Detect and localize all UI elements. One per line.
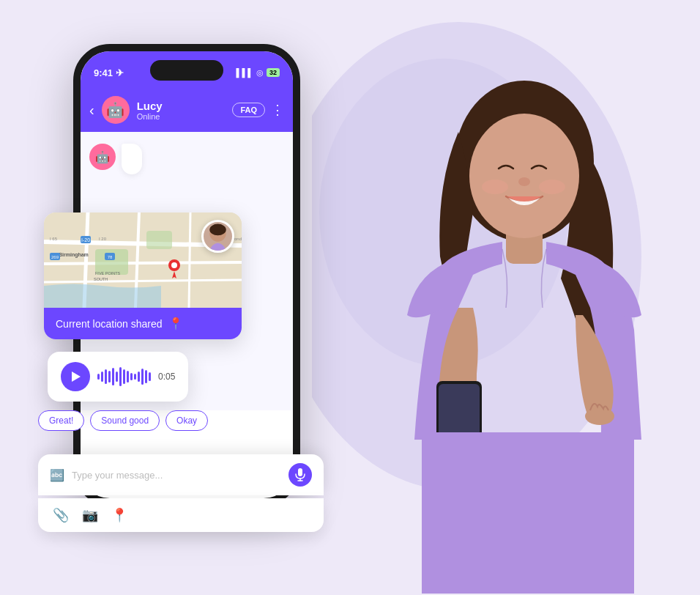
play-button[interactable] bbox=[61, 362, 90, 391]
svg-text:FIVE POINTS: FIVE POINTS bbox=[95, 271, 121, 276]
translate-icon: 🔤 bbox=[50, 468, 64, 482]
svg-text:I 20: I 20 bbox=[99, 237, 107, 241]
map-user-avatar bbox=[201, 220, 234, 253]
map-area: I 65 I 20 Irond Birmingham FIVE POINTS S… bbox=[44, 212, 242, 308]
wave-bar bbox=[97, 374, 100, 380]
quick-reply-great[interactable]: Great! bbox=[38, 410, 84, 431]
location-card: I 65 I 20 Irond Birmingham FIVE POINTS S… bbox=[44, 212, 242, 339]
woman-photo bbox=[312, 0, 700, 595]
bot-avatar: 🤖 bbox=[102, 96, 130, 124]
bot-bubble bbox=[122, 144, 142, 174]
camera-icon[interactable]: 📷 bbox=[82, 507, 98, 523]
svg-text:78: 78 bbox=[108, 255, 113, 259]
svg-rect-38 bbox=[298, 468, 302, 476]
svg-text:269: 269 bbox=[51, 255, 59, 259]
wave-bar bbox=[119, 367, 122, 386]
location-action-icon[interactable]: 📍 bbox=[111, 507, 127, 523]
svg-text:I-20: I-20 bbox=[81, 237, 90, 243]
wave-bar bbox=[130, 373, 133, 380]
wave-bar bbox=[108, 371, 111, 382]
status-icons: ▌▌▌ ◎ 32 bbox=[237, 68, 280, 78]
wave-bar bbox=[127, 371, 129, 382]
wave-bar bbox=[141, 369, 144, 385]
location-label: Current location shared 📍 bbox=[44, 308, 242, 339]
voice-duration: 0:05 bbox=[158, 372, 175, 382]
waveform bbox=[97, 366, 151, 387]
svg-text:SOUTH: SOUTH bbox=[94, 277, 108, 281]
svg-line-15 bbox=[44, 262, 242, 264]
battery-badge: 32 bbox=[267, 68, 280, 77]
svg-point-5 bbox=[482, 180, 508, 194]
location-pin-icon: 📍 bbox=[168, 317, 183, 330]
chat-header: ‹ 🤖 Lucy Online FAQ ⋮ bbox=[81, 88, 293, 132]
status-time: 9:41 ✈ bbox=[94, 67, 124, 78]
wave-bar bbox=[149, 372, 151, 381]
wave-bar bbox=[112, 368, 114, 385]
wave-bar bbox=[105, 369, 107, 384]
bot-message: 🤖 bbox=[89, 144, 284, 174]
bot-emoji: 🤖 bbox=[106, 101, 124, 119]
wave-bar bbox=[123, 369, 125, 384]
quick-reply-okay[interactable]: Okay bbox=[165, 410, 208, 431]
svg-rect-21 bbox=[146, 231, 172, 249]
dynamic-island bbox=[150, 60, 223, 81]
svg-point-11 bbox=[585, 407, 614, 425]
play-icon bbox=[72, 372, 81, 382]
attachment-icon[interactable]: 📎 bbox=[53, 507, 69, 523]
header-info: Lucy Online bbox=[137, 100, 226, 121]
wave-bar bbox=[138, 372, 140, 382]
svg-line-19 bbox=[189, 212, 190, 308]
bot-status: Online bbox=[137, 112, 226, 121]
mic-button[interactable] bbox=[288, 463, 312, 487]
quick-reply-sound-good[interactable]: Sound good bbox=[90, 410, 160, 431]
voice-card: 0:05 bbox=[48, 352, 188, 402]
message-input-bar: 🔤 Type your message... bbox=[38, 454, 324, 495]
svg-text:Birmingham: Birmingham bbox=[59, 252, 89, 258]
bot-avatar-chat: 🤖 bbox=[89, 144, 116, 170]
header-actions: FAQ ⋮ bbox=[232, 102, 284, 118]
wave-bar bbox=[101, 372, 103, 382]
back-button[interactable]: ‹ bbox=[89, 102, 94, 119]
svg-point-37 bbox=[209, 224, 226, 236]
quick-replies: Great! Sound good Okay bbox=[38, 410, 208, 431]
location-text: Current location shared bbox=[56, 318, 163, 330]
faq-badge[interactable]: FAQ bbox=[232, 103, 265, 117]
svg-rect-12 bbox=[422, 432, 634, 594]
bottom-actions: 📎 📷 📍 bbox=[38, 498, 324, 532]
message-input-placeholder[interactable]: Type your message... bbox=[72, 470, 281, 481]
svg-point-29 bbox=[171, 262, 177, 268]
svg-point-6 bbox=[539, 180, 565, 194]
wave-bar bbox=[116, 372, 118, 382]
wave-bar bbox=[145, 370, 147, 383]
bot-name: Lucy bbox=[137, 100, 226, 112]
more-options-icon[interactable]: ⋮ bbox=[271, 102, 284, 118]
svg-point-4 bbox=[469, 114, 579, 238]
svg-text:I 65: I 65 bbox=[50, 237, 58, 241]
wave-bar bbox=[134, 374, 136, 380]
svg-point-7 bbox=[518, 177, 530, 186]
